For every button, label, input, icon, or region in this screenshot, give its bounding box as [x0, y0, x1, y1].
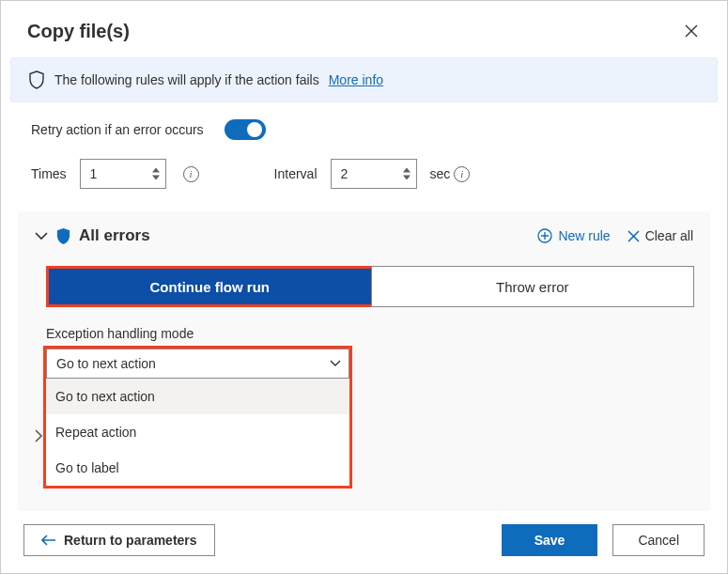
- mode-option[interactable]: Repeat action: [46, 414, 349, 450]
- shield-icon: [28, 70, 45, 89]
- tab-throw-label: Throw error: [496, 279, 569, 295]
- errors-title: All errors: [79, 226, 150, 245]
- chevron-right-icon: [34, 429, 42, 442]
- interval-input[interactable]: 2: [331, 159, 417, 189]
- dialog-title: Copy file(s): [27, 21, 130, 42]
- tab-throw-error[interactable]: Throw error: [371, 266, 695, 307]
- times-input[interactable]: 1: [80, 159, 166, 189]
- mode-option[interactable]: Go to label: [46, 450, 349, 486]
- clear-all-button[interactable]: Clear all: [627, 228, 693, 243]
- chevron-down-icon: [330, 360, 341, 367]
- times-label: Times: [31, 166, 67, 181]
- retry-label: Retry action if an error occurs: [31, 122, 204, 137]
- save-label: Save: [534, 533, 565, 548]
- cancel-label: Cancel: [638, 533, 679, 548]
- new-rule-button[interactable]: New rule: [537, 228, 610, 243]
- mode-option-label: Go to label: [55, 460, 119, 475]
- clear-all-label: Clear all: [645, 228, 693, 243]
- mode-dropdown-block: Go to next action Go to next action Repe…: [46, 349, 349, 486]
- errors-panel: All errors New rule Clear all Continue f…: [18, 211, 710, 514]
- shield-solid-icon: [55, 227, 71, 245]
- mode-selected: Go to next action: [56, 356, 156, 371]
- mode-option-label: Go to next action: [55, 389, 155, 404]
- spinner-arrows-icon: [147, 160, 165, 188]
- interval-label: Interval: [274, 166, 318, 181]
- chevron-down-icon[interactable]: [35, 231, 48, 240]
- info-icon[interactable]: i: [183, 166, 199, 182]
- tab-continue-label: Continue flow run: [150, 279, 270, 295]
- retry-toggle[interactable]: [225, 119, 266, 140]
- mode-dropdown[interactable]: Go to next action: [46, 349, 349, 379]
- mode-option-label: Repeat action: [55, 425, 136, 440]
- new-rule-label: New rule: [558, 228, 610, 243]
- expand-advanced[interactable]: [27, 426, 48, 446]
- interval-value: 2: [332, 166, 397, 181]
- mode-dropdown-list: Go to next action Repeat action Go to la…: [46, 379, 349, 486]
- banner-text: The following rules will apply if the ac…: [54, 72, 319, 87]
- info-icon[interactable]: i: [454, 166, 470, 182]
- x-icon: [627, 230, 640, 242]
- save-button[interactable]: Save: [502, 524, 598, 556]
- close-icon: [685, 24, 698, 38]
- arrow-left-icon: [41, 535, 56, 546]
- times-value: 1: [81, 166, 147, 181]
- interval-unit: sec: [430, 166, 451, 181]
- return-button[interactable]: Return to parameters: [23, 524, 215, 556]
- close-button[interactable]: [678, 18, 705, 44]
- spinner-arrows-icon: [397, 160, 416, 188]
- plus-icon: [537, 228, 552, 243]
- return-label: Return to parameters: [64, 533, 197, 548]
- info-banner: The following rules will apply if the ac…: [10, 57, 718, 102]
- mode-label: Exception handling mode: [46, 326, 693, 341]
- cancel-button[interactable]: Cancel: [612, 524, 705, 556]
- tab-continue-flow[interactable]: Continue flow run: [49, 269, 371, 304]
- more-info-link[interactable]: More info: [329, 72, 383, 87]
- mode-option[interactable]: Go to next action: [46, 379, 349, 414]
